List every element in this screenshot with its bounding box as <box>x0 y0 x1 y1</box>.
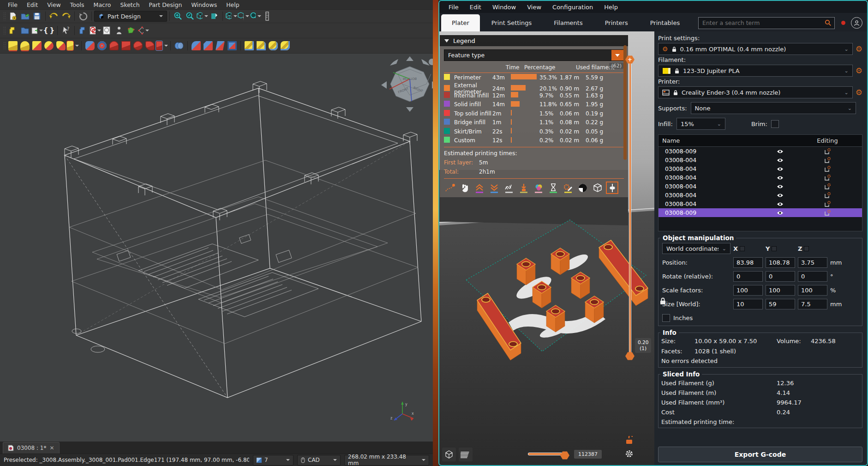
object-row[interactable]: 03008-004 <box>658 173 862 182</box>
layer-selector[interactable]: 7 <box>253 455 293 466</box>
export-icon[interactable] <box>31 24 43 36</box>
deretractions-icon[interactable] <box>488 182 500 194</box>
print-settings-gear-button[interactable]: ⚙ <box>856 45 862 53</box>
fc-menu-tools[interactable]: Tools <box>66 1 89 9</box>
undo-icon[interactable] <box>48 10 60 22</box>
fillet-icon[interactable] <box>190 40 202 52</box>
3d-view-icon[interactable] <box>442 448 456 461</box>
object-row[interactable]: 03008-004 <box>658 182 862 191</box>
value-z-input[interactable]: 100 <box>798 285 827 296</box>
value-x-input[interactable]: 83.98 <box>733 257 763 268</box>
travel-moves-icon[interactable] <box>444 182 455 194</box>
view-mode-dropdown-button[interactable] <box>611 50 623 61</box>
edit-object-icon[interactable] <box>793 183 862 189</box>
edit-object-icon[interactable] <box>793 201 862 207</box>
macro-braces-icon[interactable]: { } <box>43 24 55 36</box>
object-row[interactable]: 03008-009 <box>658 147 862 156</box>
whats-this-icon[interactable]: ? <box>60 24 72 36</box>
close-icon[interactable]: ✕ <box>49 445 54 451</box>
edit-object-icon[interactable] <box>793 148 862 154</box>
fc-menu-sketch[interactable]: Sketch <box>116 1 144 9</box>
sl-menu-configuration[interactable]: Configuration <box>548 3 598 12</box>
value-y-input[interactable]: 100 <box>766 285 795 296</box>
visibility-eye-icon[interactable] <box>767 202 793 206</box>
visibility-eye-icon[interactable] <box>767 167 793 171</box>
edit-object-icon[interactable] <box>793 175 862 181</box>
zoom-tools-icon[interactable] <box>249 10 261 22</box>
draw-style-icon[interactable] <box>196 10 208 22</box>
additive-primitive-icon[interactable] <box>67 40 79 52</box>
multitransform-icon[interactable] <box>279 40 291 52</box>
pause-prints-icon[interactable] <box>547 182 559 194</box>
linear-pattern-icon[interactable] <box>255 40 267 52</box>
save-icon[interactable] <box>31 10 43 22</box>
refresh-icon[interactable] <box>77 10 89 22</box>
tab-filaments[interactable]: Filaments <box>543 14 593 31</box>
dimension-selector[interactable]: 268.02 mm x 233.48 mm <box>344 455 429 466</box>
measure-icon[interactable] <box>261 10 273 22</box>
create-group-icon[interactable] <box>19 24 31 36</box>
fc-menu-file[interactable]: File <box>4 1 22 9</box>
search-icon[interactable] <box>825 19 832 26</box>
fc-menu-view[interactable]: View <box>43 1 65 9</box>
fc-menu-edit[interactable]: Edit <box>23 1 42 9</box>
edit-object-icon[interactable] <box>793 166 862 172</box>
value-y-input[interactable]: 108.78 <box>766 257 795 268</box>
printer-gear-button[interactable]: ⚙ <box>856 89 862 97</box>
nav-style-selector[interactable]: CAD <box>297 455 341 466</box>
sl-menu-window[interactable]: Window <box>488 3 521 12</box>
search-input[interactable] <box>701 19 825 27</box>
center-of-mass-icon[interactable] <box>577 182 588 194</box>
edit-object-icon[interactable] <box>793 210 862 216</box>
visibility-eye-icon[interactable] <box>767 211 793 215</box>
clipping-plane-icon[interactable] <box>208 10 220 22</box>
value-z-input[interactable]: 0 <box>798 271 827 282</box>
unlock-icon[interactable] <box>625 436 633 447</box>
visibility-eye-icon[interactable] <box>767 184 793 189</box>
printer-selector[interactable]: Creality Ender-3 (0.4 mm nozzle) ⌄ <box>658 86 853 98</box>
filament-selector[interactable]: 123-3D Jupiter PLA ⌄ <box>658 65 853 77</box>
object-row[interactable]: 03008-004 <box>658 191 862 200</box>
collapse-arrow-icon[interactable] <box>444 39 449 42</box>
redo-icon[interactable] <box>60 10 72 22</box>
view-mode-selector[interactable]: Feature type <box>444 49 624 61</box>
object-row[interactable]: 03008-004 <box>658 200 862 208</box>
open-document-icon[interactable] <box>19 10 31 22</box>
shapebinder-icon[interactable] <box>113 24 125 36</box>
legend-scrollbar[interactable] <box>623 45 627 160</box>
hole-icon[interactable] <box>96 40 108 52</box>
filament-gear-button[interactable]: ⚙ <box>856 67 862 75</box>
object-row[interactable]: 03008-004 <box>658 156 862 164</box>
legend-toggle-icon[interactable] <box>606 182 618 194</box>
chamfer-icon[interactable] <box>202 40 214 52</box>
value-x-input[interactable]: 100 <box>733 285 763 296</box>
workbench-selector[interactable]: Part Design <box>94 11 167 22</box>
object-row[interactable]: 03008-009 <box>658 208 862 217</box>
inches-checkbox[interactable] <box>662 314 670 322</box>
object-list-header[interactable]: Name Editing <box>658 135 862 147</box>
edit-object-icon[interactable] <box>793 157 862 163</box>
value-x-input[interactable]: 10 <box>733 299 763 309</box>
search-box[interactable] <box>698 17 835 29</box>
value-y-input[interactable]: 0 <box>766 271 795 282</box>
datum-icon[interactable] <box>137 24 149 36</box>
additive-pipe-icon[interactable] <box>43 40 55 52</box>
infill-selector[interactable]: 15% ⌄ <box>676 118 725 130</box>
additive-helix-icon[interactable] <box>55 40 67 52</box>
seams-icon[interactable] <box>503 182 515 194</box>
print-settings-selector[interactable]: ⚙ 0.16 mm OPTIMAL (0.4 mm nozzle) ⌄ <box>658 43 853 55</box>
subtractive-primitive-icon[interactable] <box>156 40 168 52</box>
sl-menu-edit[interactable]: Edit <box>465 3 486 12</box>
pauses-icon[interactable] <box>459 182 470 194</box>
clone-icon[interactable] <box>125 24 137 36</box>
layers-view-icon[interactable] <box>459 448 473 461</box>
tab-printers[interactable]: Printers <box>594 14 639 31</box>
subtractive-pipe-icon[interactable] <box>132 40 144 52</box>
tool-changes-icon[interactable] <box>518 182 529 194</box>
subtractive-helix-icon[interactable] <box>144 40 156 52</box>
visibility-eye-icon[interactable] <box>767 193 793 198</box>
document-tab[interactable]: 03008 : 1* ✕ <box>3 442 60 454</box>
brim-checkbox[interactable] <box>771 120 779 128</box>
draft-icon[interactable] <box>214 40 226 52</box>
user-account-icon[interactable] <box>851 17 862 29</box>
